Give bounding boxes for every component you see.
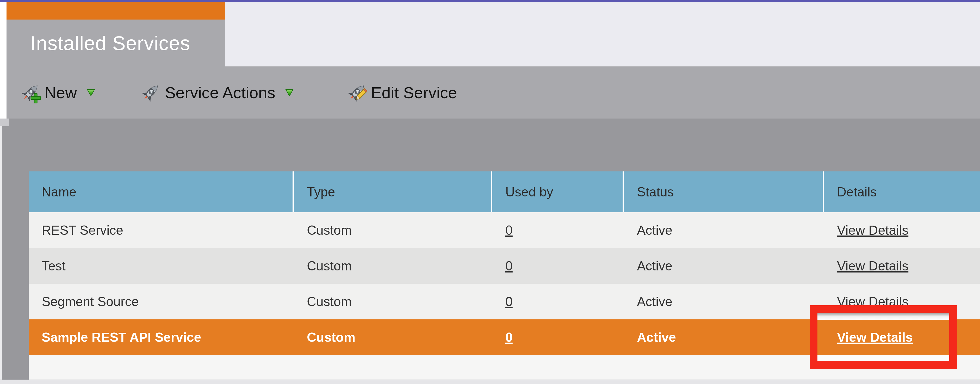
rocket-icon (140, 81, 162, 104)
chevron-down-icon (285, 89, 294, 96)
service-actions-button-label: Service Actions (165, 83, 275, 102)
rocket-pencil-icon (346, 81, 368, 104)
service-actions-button[interactable]: Service Actions (140, 67, 294, 118)
chevron-down-icon (86, 89, 95, 96)
window-top-accent (0, 0, 980, 2)
cell-type: Custom (294, 284, 492, 319)
column-header-name[interactable]: Name (29, 171, 294, 212)
annotation-inner-band-top (818, 313, 949, 320)
column-header-details[interactable]: Details (824, 171, 980, 212)
column-header-type[interactable]: Type (294, 171, 492, 212)
table-row-test[interactable]: Test Custom 0 Active View Details (29, 248, 980, 284)
used-by-link[interactable]: 0 (505, 294, 513, 309)
table-row-rest-service[interactable]: REST Service Custom 0 Active View Detail… (29, 212, 980, 248)
tab-installed-services[interactable]: Installed Services (6, 2, 225, 67)
used-by-link[interactable]: 0 (505, 258, 513, 274)
left-gutter (0, 2, 6, 118)
cell-type: Custom (294, 248, 492, 284)
left-gutter-stub (0, 118, 10, 126)
cell-status: Active (624, 284, 824, 319)
edit-service-button-label: Edit Service (371, 83, 457, 102)
cell-status: Active (624, 212, 824, 248)
table-header-row: Name Type Used by Status Details (29, 171, 980, 212)
view-details-link[interactable]: View Details (837, 258, 908, 274)
used-by-link[interactable]: 0 (505, 223, 513, 238)
cell-status: Active (624, 319, 824, 355)
new-button-label: New (45, 83, 77, 102)
new-button[interactable]: New (19, 67, 95, 118)
cell-status: Active (624, 248, 824, 284)
tab-bar-background (225, 2, 980, 67)
installed-services-screen: Installed Services New (0, 0, 980, 384)
cell-name: Sample REST API Service (29, 319, 294, 355)
highlight-annotation-box (810, 305, 957, 369)
view-details-link[interactable]: View Details (837, 223, 908, 238)
rocket-plus-icon (19, 81, 41, 104)
cell-name: Test (29, 248, 294, 284)
column-header-status[interactable]: Status (624, 171, 824, 212)
used-by-link[interactable]: 0 (505, 330, 513, 345)
cell-name: Segment Source (29, 284, 294, 319)
edit-service-button[interactable]: Edit Service (346, 67, 457, 118)
toolbar: New Service Actions (6, 67, 980, 118)
left-edge-sliver (0, 126, 2, 379)
annotation-inner-band-bottom (818, 355, 949, 361)
cell-name: REST Service (29, 212, 294, 248)
column-header-used-by[interactable]: Used by (492, 171, 624, 212)
cell-type: Custom (294, 212, 492, 248)
window-bottom-strip (0, 379, 980, 384)
tab-label: Installed Services (6, 32, 191, 54)
cell-type: Custom (294, 319, 492, 355)
